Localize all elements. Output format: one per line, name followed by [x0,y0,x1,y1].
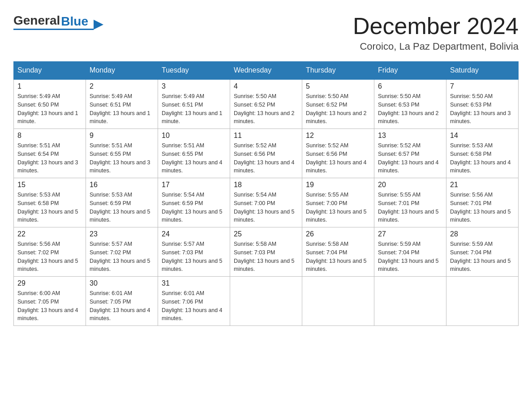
weekday-header-tuesday: Tuesday [158,62,230,80]
day-number: 22 [17,230,82,238]
calendar-cell: 15Sunrise: 5:53 AMSunset: 6:58 PMDayligh… [14,178,86,227]
day-number: 13 [378,132,442,140]
day-number: 4 [234,82,298,90]
day-info: Sunrise: 5:50 AMSunset: 6:52 PMDaylight:… [306,92,370,126]
day-number: 18 [234,181,298,189]
day-number: 31 [162,279,226,287]
day-info: Sunrise: 5:55 AMSunset: 7:01 PMDaylight:… [378,191,442,224]
day-info: Sunrise: 5:50 AMSunset: 6:52 PMDaylight:… [234,92,298,126]
day-number: 23 [90,230,154,238]
day-number: 10 [162,132,226,140]
calendar-cell: 30Sunrise: 6:01 AMSunset: 7:05 PMDayligh… [86,277,158,326]
weekday-header-thursday: Thursday [302,62,374,80]
day-info: Sunrise: 5:51 AMSunset: 6:55 PMDaylight:… [162,141,226,175]
day-info: Sunrise: 5:49 AMSunset: 6:51 PMDaylight:… [90,92,154,126]
calendar-cell [302,277,374,326]
calendar-cell: 17Sunrise: 5:54 AMSunset: 6:59 PMDayligh… [158,178,230,227]
calendar-cell: 11Sunrise: 5:52 AMSunset: 6:56 PMDayligh… [230,129,302,178]
day-info: Sunrise: 5:56 AMSunset: 7:02 PMDaylight:… [17,240,82,274]
calendar-cell: 29Sunrise: 6:00 AMSunset: 7:05 PMDayligh… [14,277,86,326]
logo-blue-text: Blue [61,15,88,28]
day-number: 12 [306,132,370,140]
day-number: 19 [306,181,370,189]
day-number: 5 [306,82,370,90]
weekday-header-friday: Friday [374,62,446,80]
day-number: 30 [90,279,154,287]
day-number: 6 [378,82,442,90]
day-number: 17 [162,181,226,189]
day-number: 8 [17,132,82,140]
day-info: Sunrise: 5:51 AMSunset: 6:55 PMDaylight:… [90,141,154,175]
calendar-week-row-5: 29Sunrise: 6:00 AMSunset: 7:05 PMDayligh… [14,277,519,326]
day-number: 24 [162,230,226,238]
calendar-cell: 10Sunrise: 5:51 AMSunset: 6:55 PMDayligh… [158,129,230,178]
day-number: 28 [450,230,515,238]
day-info: Sunrise: 6:01 AMSunset: 7:06 PMDaylight:… [162,289,226,323]
day-number: 16 [90,181,154,189]
calendar-cell: 6Sunrise: 5:50 AMSunset: 6:53 PMDaylight… [374,79,446,129]
day-number: 15 [17,181,82,189]
day-info: Sunrise: 5:52 AMSunset: 6:56 PMDaylight:… [234,141,298,175]
day-info: Sunrise: 6:00 AMSunset: 7:05 PMDaylight:… [17,289,82,323]
day-info: Sunrise: 5:58 AMSunset: 7:03 PMDaylight:… [234,240,298,274]
calendar-cell: 19Sunrise: 5:55 AMSunset: 7:00 PMDayligh… [302,178,374,227]
calendar-week-row-4: 22Sunrise: 5:56 AMSunset: 7:02 PMDayligh… [14,227,519,277]
day-info: Sunrise: 5:58 AMSunset: 7:04 PMDaylight:… [306,240,370,274]
weekday-header-wednesday: Wednesday [230,62,302,80]
day-number: 14 [450,132,515,140]
logo-arrow-icon [94,20,103,30]
day-info: Sunrise: 5:49 AMSunset: 6:51 PMDaylight:… [162,92,226,126]
calendar-cell: 9Sunrise: 5:51 AMSunset: 6:55 PMDaylight… [86,129,158,178]
day-number: 25 [234,230,298,238]
day-number: 9 [90,132,154,140]
calendar-cell [446,277,519,326]
calendar-cell [230,277,302,326]
calendar-table: SundayMondayTuesdayWednesdayThursdayFrid… [13,61,519,326]
month-year-title: December 2024 [353,13,519,39]
day-number: 3 [162,82,226,90]
location-subtitle: Coroico, La Paz Department, Bolivia [353,41,519,52]
day-info: Sunrise: 5:55 AMSunset: 7:00 PMDaylight:… [306,191,370,224]
day-info: Sunrise: 5:51 AMSunset: 6:54 PMDaylight:… [17,141,82,175]
day-number: 2 [90,82,154,90]
calendar-cell: 5Sunrise: 5:50 AMSunset: 6:52 PMDaylight… [302,79,374,129]
day-info: Sunrise: 5:49 AMSunset: 6:50 PMDaylight:… [17,92,82,126]
calendar-cell: 2Sunrise: 5:49 AMSunset: 6:51 PMDaylight… [86,79,158,129]
weekday-header-sunday: Sunday [14,62,86,80]
calendar-title-area: December 2024 Coroico, La Paz Department… [353,13,519,52]
day-number: 7 [450,82,515,90]
weekday-header-saturday: Saturday [446,62,519,80]
calendar-cell: 12Sunrise: 5:52 AMSunset: 6:56 PMDayligh… [302,129,374,178]
day-number: 1 [17,82,82,90]
day-info: Sunrise: 6:01 AMSunset: 7:05 PMDaylight:… [90,289,154,323]
calendar-week-row-3: 15Sunrise: 5:53 AMSunset: 6:58 PMDayligh… [14,178,519,227]
day-info: Sunrise: 5:52 AMSunset: 6:56 PMDaylight:… [306,141,370,175]
day-info: Sunrise: 5:54 AMSunset: 6:59 PMDaylight:… [162,191,226,224]
weekday-header-row: SundayMondayTuesdayWednesdayThursdayFrid… [14,62,519,80]
calendar-cell: 13Sunrise: 5:52 AMSunset: 6:57 PMDayligh… [374,129,446,178]
day-info: Sunrise: 5:50 AMSunset: 6:53 PMDaylight:… [450,92,515,126]
day-info: Sunrise: 5:52 AMSunset: 6:57 PMDaylight:… [378,141,442,175]
day-info: Sunrise: 5:57 AMSunset: 7:03 PMDaylight:… [162,240,226,274]
calendar-cell: 25Sunrise: 5:58 AMSunset: 7:03 PMDayligh… [230,227,302,277]
day-number: 11 [234,132,298,140]
day-info: Sunrise: 5:53 AMSunset: 6:58 PMDaylight:… [450,141,515,175]
logo-general-text: General [13,13,60,28]
calendar-cell: 8Sunrise: 5:51 AMSunset: 6:54 PMDaylight… [14,129,86,178]
day-number: 29 [17,279,82,287]
calendar-cell: 20Sunrise: 5:55 AMSunset: 7:01 PMDayligh… [374,178,446,227]
day-number: 21 [450,181,515,189]
day-info: Sunrise: 5:50 AMSunset: 6:53 PMDaylight:… [378,92,442,126]
day-info: Sunrise: 5:53 AMSunset: 6:59 PMDaylight:… [90,191,154,224]
calendar-cell: 23Sunrise: 5:57 AMSunset: 7:02 PMDayligh… [86,227,158,277]
day-info: Sunrise: 5:54 AMSunset: 7:00 PMDaylight:… [234,191,298,224]
day-info: Sunrise: 5:59 AMSunset: 7:04 PMDaylight:… [378,240,442,274]
logo: General Blue [13,13,94,30]
calendar-cell [374,277,446,326]
calendar-cell: 27Sunrise: 5:59 AMSunset: 7:04 PMDayligh… [374,227,446,277]
page-header: General Blue December 2024 Coroico, La P… [13,13,519,52]
day-number: 20 [378,181,442,189]
weekday-header-monday: Monday [86,62,158,80]
calendar-cell: 16Sunrise: 5:53 AMSunset: 6:59 PMDayligh… [86,178,158,227]
day-info: Sunrise: 5:53 AMSunset: 6:58 PMDaylight:… [17,191,82,224]
